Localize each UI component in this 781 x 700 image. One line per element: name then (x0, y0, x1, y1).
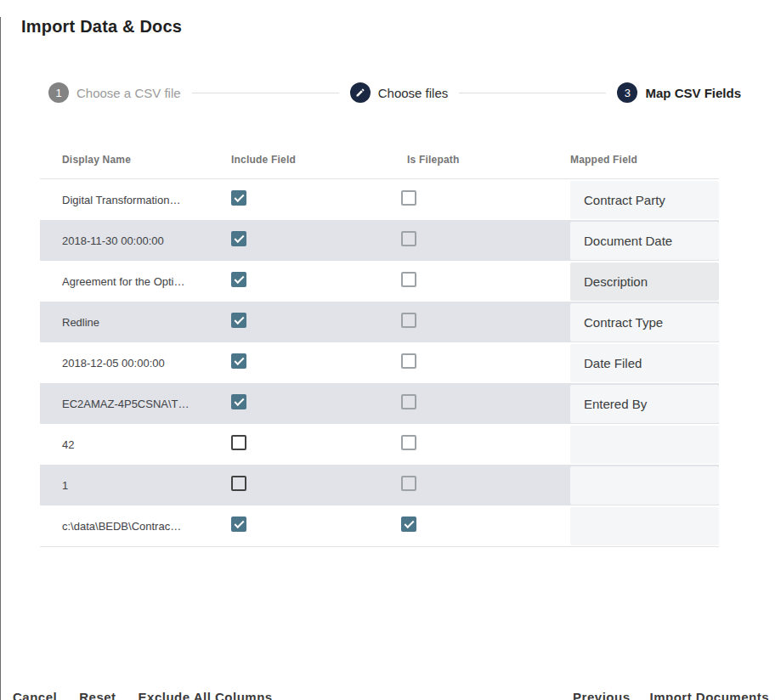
step-1-choose-csv[interactable]: 1 Choose a CSV file (48, 82, 181, 103)
mapped-field-cell: Contract Party (570, 179, 719, 220)
step-3-label: Map CSV Fields (645, 86, 741, 100)
table-row: 1 (40, 465, 719, 505)
column-header-include-field: Include Field (231, 154, 401, 166)
mapped-field-input[interactable] (570, 466, 719, 505)
include-field-cell (231, 394, 401, 413)
is-filepath-cell (401, 517, 570, 535)
display-name-text: 1 (62, 479, 68, 492)
display-name-cell: c:\data\BEDB\Contrac… (40, 518, 231, 533)
include-field-checkbox[interactable] (231, 394, 246, 409)
is-filepath-checkbox[interactable] (401, 353, 416, 369)
is-filepath-checkbox[interactable] (401, 190, 416, 206)
mapped-field-input[interactable]: Document Date (570, 222, 719, 260)
column-header-display-name: Display Name (40, 154, 231, 166)
mapped-field-input[interactable] (570, 426, 719, 464)
display-name-cell: Digital Transformation… (40, 192, 231, 207)
is-filepath-cell (401, 394, 570, 413)
mapped-field-input[interactable]: Contract Party (570, 181, 719, 219)
include-field-checkbox[interactable] (231, 435, 246, 450)
step-2-choose-files[interactable]: Choose files (350, 82, 449, 103)
table-body: Digital Transformation… Contract Party 2… (40, 179, 719, 547)
mapped-field-input[interactable]: Entered By (570, 385, 719, 423)
mapped-field-cell (570, 505, 719, 546)
mapped-field-input[interactable]: Contract Type (570, 303, 719, 342)
reset-button[interactable]: Reset (79, 683, 116, 700)
include-field-cell (231, 231, 401, 250)
display-name-text: 2018-12-05 00:00:00 (62, 357, 165, 370)
table-row: c:\data\BEDB\Contrac… (40, 505, 719, 546)
is-filepath-cell (401, 353, 570, 372)
include-field-checkbox[interactable] (231, 231, 246, 246)
include-field-cell (231, 476, 401, 494)
is-filepath-cell (401, 476, 570, 494)
display-name-cell: 2018-11-30 00:00:00 (40, 233, 231, 248)
is-filepath-checkbox[interactable] (401, 394, 416, 409)
import-data-docs-dialog: Import Data & Docs 1 Choose a CSV file C… (0, 17, 781, 700)
is-filepath-checkbox[interactable] (401, 435, 416, 450)
display-name-cell: 42 (40, 437, 231, 452)
dialog-action-bar: Cancel Reset Exclude All Columns Previou… (13, 683, 769, 700)
mapped-field-input[interactable]: Description (570, 262, 719, 301)
display-name-text: Redline (62, 316, 99, 329)
column-header-is-filepath: Is Filepath (401, 154, 570, 166)
step-3-number: 3 (625, 87, 631, 99)
is-filepath-cell (401, 231, 570, 250)
include-field-checkbox[interactable] (231, 476, 246, 491)
is-filepath-cell (401, 190, 570, 209)
include-field-checkbox[interactable] (231, 353, 246, 369)
cancel-button[interactable]: Cancel (13, 683, 57, 700)
dialog-title: Import Data & Docs (21, 17, 781, 37)
display-name-text: 2018-11-30 00:00:00 (62, 234, 164, 247)
mapped-field-cell: Description (570, 261, 719, 302)
table-row: Redline Contract Type (40, 302, 719, 342)
step-1-number: 1 (55, 87, 61, 99)
stepper-connector-1 (192, 93, 339, 93)
column-header-mapped-field: Mapped Field (570, 154, 719, 166)
include-field-cell (231, 190, 401, 209)
table-row: 2018-12-05 00:00:00 Date Filed (40, 342, 719, 383)
is-filepath-cell (401, 313, 570, 331)
include-field-checkbox[interactable] (231, 190, 246, 206)
footer-right-actions: Previous Import Documents (573, 683, 769, 700)
stepper: 1 Choose a CSV file Choose files 3 Map C… (48, 82, 741, 103)
include-field-checkbox[interactable] (231, 272, 246, 287)
include-field-cell (231, 272, 401, 291)
mapped-field-input[interactable] (570, 507, 719, 545)
display-name-cell: Agreement for the Opti… (40, 274, 231, 289)
previous-button[interactable]: Previous (573, 683, 630, 700)
table-row: 42 (40, 424, 719, 465)
is-filepath-cell (401, 435, 570, 454)
table-row: Agreement for the Opti… Description (40, 261, 719, 302)
is-filepath-checkbox[interactable] (401, 231, 416, 246)
display-name-text: Agreement for the Opti… (62, 275, 185, 288)
step-3-map-csv-fields[interactable]: 3 Map CSV Fields (617, 82, 741, 103)
include-field-checkbox[interactable] (231, 313, 246, 328)
mapped-field-cell (570, 465, 719, 505)
step-1-label: Choose a CSV file (76, 86, 181, 100)
exclude-all-columns-button[interactable]: Exclude All Columns (139, 683, 273, 700)
mapped-field-cell: Document Date (570, 220, 719, 261)
mapped-field-cell: Contract Type (570, 302, 719, 342)
display-name-cell: Redline (40, 314, 231, 330)
csv-field-mapping-table: Display Name Include Field Is Filepath M… (40, 140, 719, 547)
stepper-connector-2 (459, 93, 606, 93)
table-row: Digital Transformation… Contract Party (40, 179, 719, 220)
step-1-badge: 1 (48, 82, 69, 103)
is-filepath-checkbox[interactable] (401, 313, 416, 328)
is-filepath-checkbox[interactable] (401, 272, 416, 287)
mapped-field-cell: Date Filed (570, 342, 719, 383)
is-filepath-checkbox[interactable] (401, 476, 416, 491)
display-name-cell: EC2AMAZ-4P5CSNA\T… (40, 396, 231, 411)
include-field-cell (231, 517, 401, 535)
import-documents-button[interactable]: Import Documents (649, 683, 769, 700)
display-name-cell: 2018-12-05 00:00:00 (40, 355, 231, 370)
mapped-field-cell (570, 424, 719, 465)
is-filepath-cell (401, 272, 570, 291)
footer-left-actions: Cancel Reset Exclude All Columns (13, 683, 273, 700)
edit-icon (350, 82, 371, 103)
table-header-row: Display Name Include Field Is Filepath M… (40, 140, 719, 179)
include-field-checkbox[interactable] (231, 517, 246, 532)
step-2-label: Choose files (378, 86, 449, 100)
is-filepath-checkbox[interactable] (401, 517, 416, 532)
mapped-field-input[interactable]: Date Filed (570, 344, 719, 382)
